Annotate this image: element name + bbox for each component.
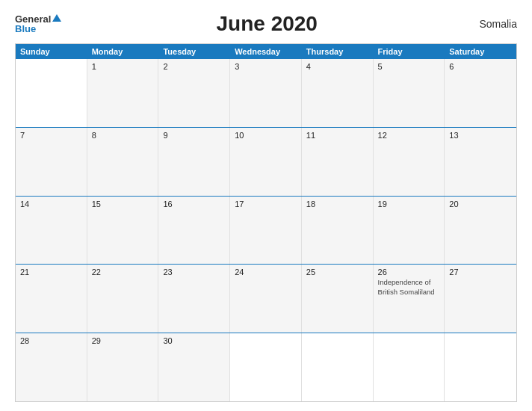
cell-number: 17 (235, 200, 297, 208)
week-row-2: 78910111213 (16, 128, 516, 197)
cell-number: 28 (20, 336, 82, 345)
calendar-cell: 13 (445, 128, 516, 196)
calendar-cell: 28 (16, 333, 87, 401)
calendar-cell: 11 (302, 128, 374, 196)
country-label: Somalia (472, 18, 517, 30)
calendar-cell: 12 (374, 128, 445, 196)
calendar-cell: 15 (87, 197, 159, 265)
week-row-3: 14151617181920 (16, 197, 516, 265)
calendar-cell: 18 (302, 197, 374, 265)
cell-number: 13 (449, 131, 512, 140)
calendar-cell: 27 (445, 265, 516, 333)
cell-number: 21 (20, 268, 82, 276)
calendar-cell: 6 (445, 59, 516, 127)
calendar-cell (16, 59, 87, 127)
cell-number: 15 (92, 200, 154, 208)
cell-number: 22 (92, 268, 154, 276)
cell-number: 3 (235, 62, 297, 71)
calendar-cell: 8 (87, 128, 159, 196)
weeks: 1234567891011121314151617181920212223242… (16, 59, 516, 401)
calendar-cell: 2 (158, 59, 230, 127)
cell-number: 18 (306, 200, 368, 208)
calendar-cell (374, 333, 445, 401)
calendar-cell (302, 333, 374, 401)
week-row-5: 282930 (16, 333, 516, 401)
calendar-cell: 14 (16, 197, 87, 265)
cell-number: 29 (92, 336, 154, 345)
logo-triangle-icon (52, 14, 61, 22)
cell-number: 9 (163, 131, 225, 140)
cell-number: 6 (449, 62, 512, 71)
day-header-tuesday: Tuesday (158, 44, 230, 59)
cell-number: 19 (378, 200, 440, 208)
week-row-1: 123456 (16, 59, 516, 128)
calendar-title: June 2020 (61, 12, 472, 36)
cell-number: 2 (163, 62, 225, 71)
cell-number: 25 (306, 268, 368, 276)
logo: General Blue (15, 14, 61, 34)
cell-number: 30 (163, 336, 225, 345)
calendar: SundayMondayTuesdayWednesdayThursdayFrid… (15, 43, 517, 402)
calendar-cell: 5 (374, 59, 445, 127)
calendar-cell: 24 (230, 265, 302, 333)
calendar-cell: 25 (302, 265, 374, 333)
cell-number: 10 (235, 131, 297, 140)
cell-number: 5 (378, 62, 440, 71)
calendar-cell: 23 (158, 265, 230, 333)
calendar-cell: 3 (230, 59, 302, 127)
calendar-cell: 29 (87, 333, 159, 401)
calendar-cell: 7 (16, 128, 87, 196)
cell-number: 20 (449, 200, 512, 208)
week-row-4: 212223242526Independence of British Soma… (16, 265, 516, 333)
cell-number: 4 (306, 62, 368, 71)
calendar-cell: 16 (158, 197, 230, 265)
cell-number: 11 (306, 131, 368, 140)
cell-number: 8 (92, 131, 154, 140)
cell-number: 23 (163, 268, 225, 276)
logo-blue: Blue (15, 24, 61, 34)
calendar-cell (445, 333, 516, 401)
calendar-cell: 17 (230, 197, 302, 265)
cell-number: 27 (449, 268, 512, 276)
cell-number: 24 (235, 268, 297, 276)
cell-number: 26 (378, 268, 440, 276)
cell-number: 12 (378, 131, 440, 140)
calendar-cell: 10 (230, 128, 302, 196)
cell-number: 14 (20, 200, 82, 208)
cell-number: 1 (92, 62, 154, 71)
calendar-cell: 20 (445, 197, 516, 265)
day-header-wednesday: Wednesday (230, 44, 302, 59)
cell-number: 16 (163, 200, 225, 208)
calendar-cell: 4 (302, 59, 374, 127)
calendar-cell: 30 (158, 333, 230, 401)
calendar-cell (230, 333, 302, 401)
header: General Blue June 2020 Somalia (15, 12, 517, 36)
calendar-cell: 9 (158, 128, 230, 196)
day-header-thursday: Thursday (302, 44, 374, 59)
calendar-cell: 22 (87, 265, 159, 333)
calendar-cell: 19 (374, 197, 445, 265)
calendar-cell: 1 (87, 59, 159, 127)
cell-event: Independence of British Somaliland (378, 278, 440, 297)
days-header: SundayMondayTuesdayWednesdayThursdayFrid… (16, 44, 516, 59)
page: General Blue June 2020 Somalia SundayMon… (0, 0, 532, 411)
day-header-monday: Monday (87, 44, 159, 59)
day-header-sunday: Sunday (16, 44, 87, 59)
day-header-friday: Friday (374, 44, 445, 59)
calendar-cell: 21 (16, 265, 87, 333)
day-header-saturday: Saturday (445, 44, 516, 59)
calendar-cell: 26Independence of British Somaliland (374, 265, 445, 333)
cell-number: 7 (20, 131, 82, 140)
